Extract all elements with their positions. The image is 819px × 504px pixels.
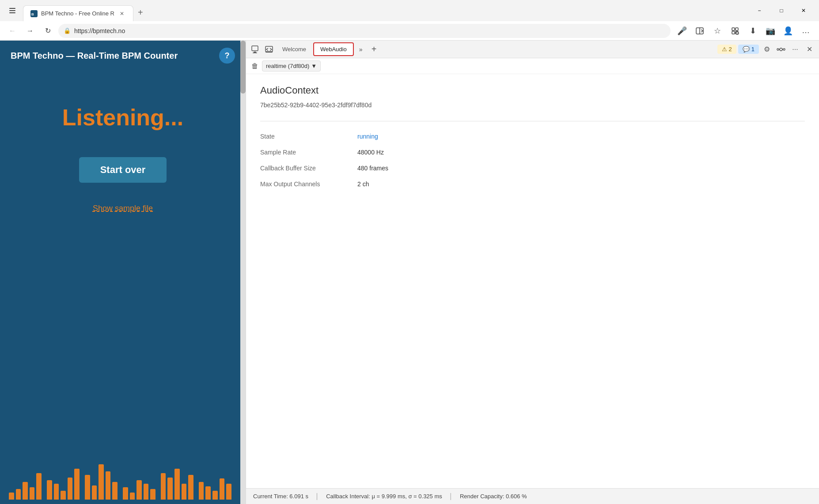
lock-icon: 🔒 [64,27,71,34]
context-select[interactable]: realtime (7df80d) ▼ [262,60,321,71]
back-button[interactable]: ← [5,24,19,38]
waveform-bar [161,473,166,500]
waveform-area [0,451,240,504]
warning-badge[interactable]: ⚠ 2 [717,45,736,54]
devtools-statusbar: Current Time: 6.091 s │ Callback Interva… [246,488,819,504]
context-label: realtime (7df80d) [266,63,309,69]
devtools-close-icon[interactable]: ✕ [803,43,815,56]
profile-button[interactable]: 👤 [780,23,796,39]
devtools-network-icon[interactable] [775,43,787,56]
trash-icon[interactable]: 🗑 [251,62,258,70]
waveform-bar [106,471,111,500]
inspect-device-icon[interactable] [250,43,262,56]
split-screen-button[interactable] [692,23,708,39]
svg-text:B: B [31,12,34,16]
scrollbar-thumb[interactable] [240,41,246,94]
add-tab-icon[interactable]: + [368,43,380,56]
waveform-bar [9,493,14,500]
waveform-bar [74,469,80,500]
address-bar-row: ← → ↻ 🔒 https://bpmtech.no 🎤 ☆ [0,21,819,41]
svg-rect-7 [732,28,735,30]
help-button[interactable]: ? [219,48,235,64]
devtools-toolbar: 🗑 realtime (7df80d) ▼ [246,58,819,74]
waveform-bar [188,475,193,500]
devtools-panel: Welcome WebAudio » + ⚠ 2 💬 1 ⚙ [246,41,819,504]
waveform-bar [99,464,104,500]
listening-text: Listening... [0,104,246,131]
svg-rect-13 [252,46,258,51]
current-time: Current Time: 6.091 s [253,493,308,500]
web-page-header: BPM Techno — Real-Time BPM Counter ? [0,41,246,69]
prop-value: running [357,132,805,141]
devtools-content: AudioContext 7be25b52-92b9-4402-95e3-2fd… [246,74,819,488]
close-window-button[interactable]: ✕ [793,4,814,18]
waveform-bar [130,493,135,500]
forward-button[interactable]: → [23,24,37,38]
svg-rect-14 [254,52,256,53]
separator [260,121,805,121]
svg-rect-1 [9,10,15,11]
prop-value: 48000 Hz [357,148,805,157]
waveform-bar [136,480,142,500]
downloads-button[interactable]: ⬇ [745,23,761,39]
sep2: │ [449,493,453,500]
prop-label: Max Output Channels [260,180,357,188]
collections-button[interactable]: + [727,23,743,39]
dropdown-arrow-icon: ▼ [311,63,317,69]
render-capacity: Render Capacity: 0.606 % [460,493,527,500]
sep1: │ [315,493,319,500]
warning-icon: ⚠ [722,46,727,53]
svg-point-19 [777,49,779,50]
devtools-more-icon[interactable]: ··· [789,43,801,56]
svg-rect-2 [9,12,15,13]
sidebar-toggle-button[interactable] [5,4,19,18]
waveform-bar [199,482,204,500]
content-area: BPM Techno — Real-Time BPM Counter ? Lis… [0,41,819,504]
mic-button[interactable]: 🎤 [674,23,690,39]
waveform-bar [68,478,73,500]
inspect-element-icon[interactable] [263,43,275,56]
title-bar-left [5,4,19,18]
devtools-settings-icon[interactable]: ⚙ [761,43,773,56]
info-icon: 💬 [743,46,750,53]
tab-favicon-bpm: B [30,10,38,17]
more-tabs-icon[interactable]: » [355,43,367,56]
prop-value: 2 ch [357,180,805,188]
waveform-bar [23,482,28,500]
warning-count: 2 [729,46,732,53]
waveform-bar [112,482,118,500]
address-box[interactable]: 🔒 https://bpmtech.no [58,24,671,38]
svg-rect-9 [732,31,735,34]
audio-context-id: 7be25b52-92b9-4402-95e3-2fdf9f7df80d [260,102,805,109]
start-over-button[interactable]: Start over [79,157,167,183]
tab-bpm-techno[interactable]: B BPM Techno - Free Online R ✕ [23,5,133,21]
minimize-button[interactable]: − [749,4,770,18]
browser-frame: B BPM Techno - Free Online R ✕ + − □ ✕ ←… [0,0,819,504]
prop-label: State [260,132,357,141]
address-url: https://bpmtech.no [74,27,665,34]
refresh-button[interactable]: ↻ [41,24,55,38]
devtools-tabs-right: ⚠ 2 💬 1 ⚙ [717,43,815,56]
screenshot-button[interactable]: 📷 [762,23,778,39]
new-tab-button[interactable]: + [133,5,148,19]
tab-webaudio[interactable]: WebAudio [313,42,354,56]
waveform-bar [47,480,52,500]
prop-label: Sample Rate [260,148,357,157]
prop-value: 480 frames [357,164,805,173]
web-page: BPM Techno — Real-Time BPM Counter ? Lis… [0,41,246,504]
restore-button[interactable]: □ [771,4,792,18]
browser-more-button[interactable]: … [798,23,814,39]
info-badge[interactable]: 💬 1 [738,45,759,54]
waveform-bar [61,491,66,500]
svg-rect-15 [253,53,257,53]
tab-welcome[interactable]: Welcome [276,43,312,55]
favorites-button[interactable]: ☆ [709,23,725,39]
waveform-bar [16,489,21,500]
waveform-bar [30,487,35,500]
waveform-bar [182,484,187,500]
scrollbar-track[interactable] [240,41,246,504]
show-sample-file-link[interactable]: Show sample file [0,204,246,213]
tab-close-button[interactable]: ✕ [118,10,126,18]
waveform-bar [220,478,225,500]
svg-rect-8 [736,28,738,30]
